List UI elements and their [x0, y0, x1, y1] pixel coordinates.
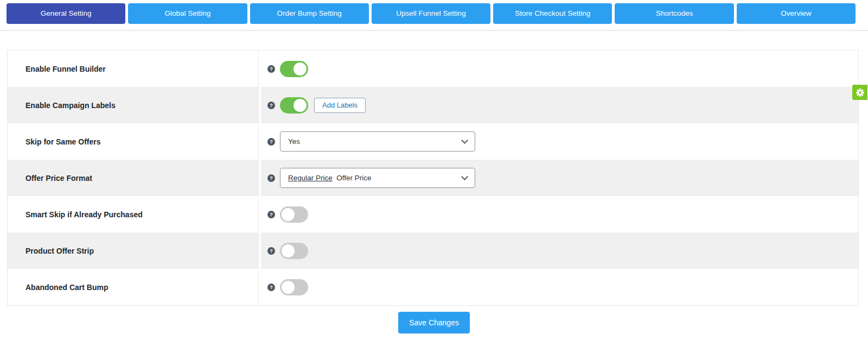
add-labels-button[interactable]: Add Labels [314, 98, 366, 113]
toggle-abandoned-cart-bump[interactable] [280, 279, 308, 295]
skip-same-offers-select[interactable]: Yes [280, 131, 475, 152]
setting-label: Skip for Same Offers [25, 137, 101, 146]
help-icon[interactable]: ? [267, 65, 275, 73]
setting-row-product-offer-strip: Product Offer Strip ? [8, 232, 858, 269]
quick-settings-gear-button[interactable] [852, 85, 867, 100]
footer: Save Changes [0, 306, 868, 334]
setting-label: Enable Funnel Builder [25, 65, 106, 73]
setting-row-offer-price-format: Offer Price Format ? Regular Price Offer… [8, 160, 858, 196]
tab-store-checkout-setting[interactable]: Store Checkout Setting [493, 3, 612, 24]
toggle-enable-campaign-labels[interactable] [280, 97, 308, 114]
tab-order-bump-setting[interactable]: Order Bump Setting [250, 3, 369, 24]
tab-general-setting[interactable]: General Setting [7, 3, 125, 24]
setting-row-smart-skip: Smart Skip if Already Purchased ? [8, 196, 858, 232]
help-icon[interactable]: ? [267, 211, 275, 218]
setting-row-enable-campaign-labels: Enable Campaign Labels ? Add Labels [8, 87, 858, 123]
help-icon[interactable]: ? [267, 247, 275, 255]
chevron-down-icon [461, 173, 468, 180]
toggle-knob [282, 244, 295, 257]
setting-row-abandoned-cart-bump: Abandoned Cart Bump ? [8, 269, 858, 305]
help-icon[interactable]: ? [267, 102, 275, 109]
toggle-enable-funnel-builder[interactable] [280, 61, 308, 77]
toggle-knob [282, 281, 295, 294]
chevron-down-icon [461, 137, 468, 144]
select-value: Yes [288, 137, 300, 146]
toggle-smart-skip[interactable] [280, 206, 308, 223]
setting-row-enable-funnel-builder: Enable Funnel Builder ? [8, 51, 858, 87]
tab-shortcodes[interactable]: Shortcodes [615, 3, 733, 24]
setting-row-skip-for-same-offers: Skip for Same Offers ? Yes [8, 123, 858, 160]
offer-price-format-select[interactable]: Regular Price Offer Price [280, 168, 475, 188]
setting-label: Enable Campaign Labels [25, 101, 116, 110]
save-changes-button[interactable]: Save Changes [398, 312, 470, 334]
gear-icon [856, 88, 865, 97]
toggle-product-offer-strip[interactable] [280, 243, 308, 259]
tab-global-setting[interactable]: Global Setting [128, 3, 247, 24]
regular-price-text: Regular Price [288, 174, 333, 182]
toggle-knob [293, 62, 307, 76]
help-icon[interactable]: ? [267, 138, 275, 146]
offer-price-text: Offer Price [336, 174, 371, 182]
setting-label: Abandoned Cart Bump [25, 283, 108, 292]
help-icon[interactable]: ? [267, 284, 275, 291]
setting-label: Offer Price Format [25, 174, 92, 183]
toggle-knob [282, 208, 295, 221]
tab-upsell-funnel-setting[interactable]: Upsell Funnel Setting [372, 3, 490, 24]
setting-label: Product Offer Strip [25, 247, 94, 255]
select-value: Regular Price Offer Price [288, 174, 372, 182]
tab-overview[interactable]: Overview [737, 3, 856, 24]
help-icon[interactable]: ? [267, 174, 275, 182]
toggle-knob [293, 99, 307, 112]
settings-tabbar: General Setting Global Setting Order Bum… [0, 0, 868, 24]
setting-label: Smart Skip if Already Purchased [25, 210, 143, 219]
general-settings-table: Enable Funnel Builder ? Enable Campaign … [7, 50, 859, 306]
tabbar-divider [0, 30, 868, 31]
